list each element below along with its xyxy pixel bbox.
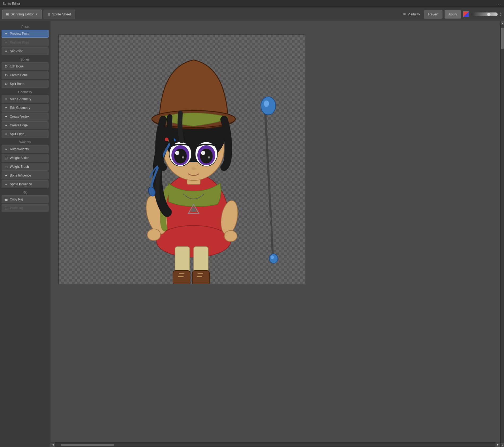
edit-bone-label: Edit Bone xyxy=(10,65,24,68)
scroll-left-arrow[interactable]: ◀ xyxy=(50,442,55,447)
restore-pose-button[interactable]: ✦ Restore Pose xyxy=(2,38,49,46)
copy-rig-button[interactable]: ☰ Copy Rig xyxy=(2,195,49,203)
svg-point-2 xyxy=(264,100,269,107)
sidebar: Pose ✦ Preview Pose ✦ Restore Pose ✦ Set… xyxy=(0,21,50,447)
scroll-up-button[interactable]: ▲ xyxy=(501,21,504,25)
svg-line-0 xyxy=(265,109,273,260)
edit-geometry-button[interactable]: ✦ Edit Geometry xyxy=(2,104,49,112)
edit-bone-button[interactable]: ⚙ Edit Bone xyxy=(2,62,49,70)
bottom-thumb[interactable] xyxy=(61,444,114,446)
svg-point-12 xyxy=(147,229,160,240)
bone-influence-icon: ✦ xyxy=(4,173,8,178)
create-bone-icon: ⚙ xyxy=(4,73,8,77)
preview-pose-label: Preview Pose xyxy=(10,32,29,36)
svg-point-35 xyxy=(174,149,187,164)
main-layout: Pose ✦ Preview Pose ✦ Restore Pose ✦ Set… xyxy=(0,21,504,447)
split-bone-label: Split Bone xyxy=(10,82,24,86)
svg-point-3 xyxy=(269,254,278,263)
canvas-scroll-area[interactable] xyxy=(50,21,500,442)
edit-bone-icon: ⚙ xyxy=(4,64,8,68)
revert-button[interactable]: Revert xyxy=(424,10,442,19)
svg-point-40 xyxy=(200,149,213,164)
auto-weights-icon: ✦ xyxy=(4,147,8,151)
tab-bar: ⊞ Skinning Editor ▼ ⊞ Sprite Sheet 👁 Vis… xyxy=(0,7,504,21)
brightness-slider[interactable] xyxy=(471,12,498,16)
auto-weights-label: Auto Weights xyxy=(10,147,29,151)
create-vertex-label: Create Vertex xyxy=(10,115,29,118)
auto-geometry-icon: ✦ xyxy=(4,97,8,101)
auto-geometry-button[interactable]: ✦ Auto Geometry xyxy=(2,95,49,103)
edit-geometry-icon: ✦ xyxy=(4,106,8,110)
split-bone-icon: ⚙ xyxy=(4,82,8,86)
scroll-up-arrow[interactable]: ▲ xyxy=(500,12,502,14)
set-pivot-button[interactable]: ✦ Set Pivot xyxy=(2,47,49,55)
scroll-down-button[interactable]: ▼ xyxy=(501,443,504,447)
right-thumb[interactable] xyxy=(501,28,504,49)
paste-rig-icon: ☰ xyxy=(4,206,8,210)
svg-point-29 xyxy=(165,137,168,141)
weight-brush-icon: ⊞ xyxy=(4,165,8,169)
svg-rect-16 xyxy=(173,270,190,284)
create-bone-button[interactable]: ⚙ Create Bone xyxy=(2,71,49,79)
weights-section-label: Weights xyxy=(2,139,49,145)
right-scrollbar: ▲ ▼ xyxy=(500,21,504,447)
paste-rig-button[interactable]: ☰ Paste Rig xyxy=(2,204,49,212)
slider-track xyxy=(471,12,498,16)
split-edge-button[interactable]: ✦ Split Edge xyxy=(2,130,49,138)
copy-rig-icon: ☰ xyxy=(4,197,8,201)
paste-rig-label: Paste Rig xyxy=(10,206,24,210)
visibility-label: Visibility xyxy=(408,12,420,16)
skinning-editor-icon: ⊞ xyxy=(6,12,9,16)
create-edge-button[interactable]: ✦ Create Edge xyxy=(2,121,49,129)
rig-section-label: Rig xyxy=(2,189,49,195)
sprite-image xyxy=(59,35,305,284)
svg-point-4 xyxy=(271,255,274,259)
bone-influence-label: Bone Influence xyxy=(10,174,31,177)
auto-geometry-label: Auto Geometry xyxy=(10,97,31,101)
pose-section-label: Pose xyxy=(2,23,49,30)
sprite-sheet-tab[interactable]: ⊞ Sprite Sheet xyxy=(44,10,75,19)
sprite-influence-icon: ✦ xyxy=(4,182,8,186)
bottom-track[interactable] xyxy=(56,444,495,446)
eye-icon: 👁 xyxy=(403,12,406,16)
canvas-with-scrollbar: ◀ ▶ ▲ ▼ xyxy=(50,21,504,447)
weight-slider-button[interactable]: ⊞ Weight Slider xyxy=(2,154,49,162)
scroll-down-arrow[interactable]: ▼ xyxy=(500,14,502,17)
auto-weights-button[interactable]: ✦ Auto Weights xyxy=(2,145,49,153)
bones-section-label: Bones xyxy=(2,56,49,62)
visibility-button[interactable]: 👁 Visibility xyxy=(401,11,422,17)
set-pivot-label: Set Pivot xyxy=(10,49,23,53)
sprite-influence-button[interactable]: ✦ Sprite Influence xyxy=(2,180,49,188)
create-edge-icon: ✦ xyxy=(4,123,8,127)
svg-point-42 xyxy=(208,156,210,158)
sprite-sheet-label: Sprite Sheet xyxy=(52,12,71,16)
toolbar-right: 👁 Visibility Revert Apply ▲ ▼ xyxy=(401,10,502,19)
right-track[interactable] xyxy=(501,25,504,443)
scroll-right-arrow[interactable]: ▶ xyxy=(496,442,500,447)
create-bone-label: Create Bone xyxy=(10,73,28,77)
apply-button[interactable]: Apply xyxy=(445,10,461,19)
weight-brush-button[interactable]: ⊞ Weight Brush xyxy=(2,163,49,171)
create-vertex-button[interactable]: ✦ Create Vertex xyxy=(2,113,49,121)
geometry-section-label: Geometry xyxy=(2,89,49,95)
color-swatch[interactable] xyxy=(463,11,469,17)
title-bar: Sprite Editor ... xyxy=(0,0,504,7)
bottom-scrollbar: ◀ ▶ xyxy=(50,442,500,447)
bone-influence-button[interactable]: ✦ Bone Influence xyxy=(2,171,49,179)
preview-pose-button[interactable]: ✦ Preview Pose xyxy=(2,30,49,38)
sprite-sheet-icon: ⊞ xyxy=(47,12,50,16)
preview-pose-icon: ✦ xyxy=(4,32,8,36)
split-bone-button[interactable]: ⚙ Split Bone xyxy=(2,80,49,88)
svg-point-43 xyxy=(192,167,196,170)
slider-thumb[interactable] xyxy=(487,12,491,16)
create-edge-label: Create Edge xyxy=(10,123,28,127)
svg-point-13 xyxy=(224,230,237,242)
scroll-controls: ▲ ▼ xyxy=(500,12,502,17)
svg-point-37 xyxy=(182,156,184,158)
edit-geometry-label: Edit Geometry xyxy=(10,106,30,110)
menu-dots[interactable]: ... xyxy=(496,1,501,6)
weight-slider-label: Weight Slider xyxy=(10,156,29,160)
skinning-editor-tab[interactable]: ⊞ Skinning Editor ▼ xyxy=(2,10,42,19)
split-edge-label: Split Edge xyxy=(10,132,24,136)
sprite-influence-label: Sprite Influence xyxy=(10,182,32,186)
